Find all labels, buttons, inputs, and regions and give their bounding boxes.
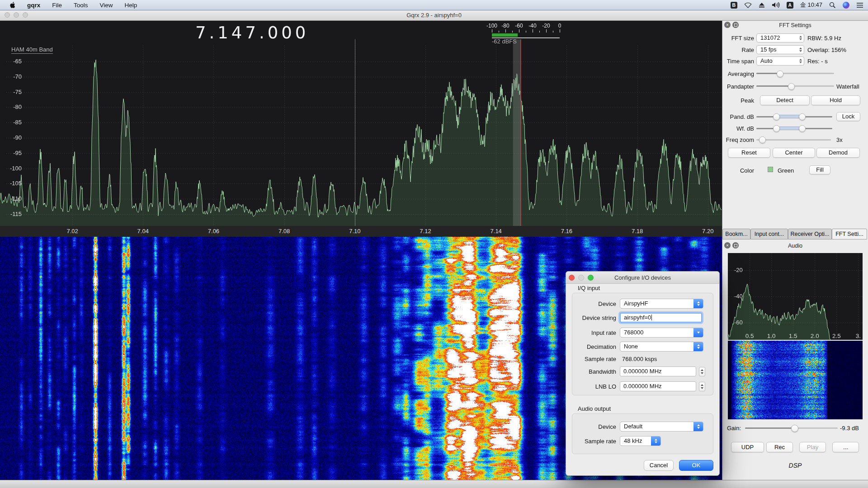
audio-output-group xyxy=(572,413,713,454)
rbw-value: RBW: 5.9 Hz xyxy=(807,35,841,42)
wf-db-max-handle[interactable] xyxy=(799,125,806,132)
freq-zoom-handle[interactable] xyxy=(759,136,766,143)
spotlight-search-icon[interactable] xyxy=(829,2,836,9)
rate-combo[interactable]: 15 fps xyxy=(756,45,804,54)
pand-db-label: Pand. dB xyxy=(710,113,754,120)
bandwidth-value: 0.000000 MHz xyxy=(623,368,662,375)
reset-button[interactable]: Reset xyxy=(728,148,770,158)
dialog-title-bar[interactable]: Configure I/O devices xyxy=(566,272,719,284)
color-value[interactable]: Green xyxy=(778,167,794,174)
output-rate-label: Sample rate xyxy=(572,438,616,445)
menu-help[interactable]: Help xyxy=(125,2,137,9)
output-rate-combo[interactable]: 48 kHz xyxy=(620,436,661,446)
volume-icon[interactable] xyxy=(772,2,780,8)
audio-spectrum[interactable] xyxy=(728,253,863,340)
bandwidth-stepper[interactable] xyxy=(699,367,705,376)
panadapter-spectrum[interactable] xyxy=(0,20,722,226)
peak-label: Peak xyxy=(710,97,754,104)
bandwidth-input[interactable]: 0.000000 MHz xyxy=(620,366,696,376)
freq-tick-label: 7.06 xyxy=(203,228,223,235)
pandapter-label: Pandapter xyxy=(710,83,754,90)
chevron-down-icon xyxy=(693,328,703,337)
gain-slider-handle[interactable] xyxy=(791,425,798,432)
decimation-combo[interactable]: None xyxy=(620,342,703,352)
audio-options-button[interactable]: ... xyxy=(832,442,859,452)
tab-receiver-options[interactable]: Receiver Opti... xyxy=(788,229,832,239)
timespan-combo[interactable]: Auto xyxy=(756,56,804,66)
window-zoom-button[interactable] xyxy=(23,12,28,18)
band-label: HAM 40m Band xyxy=(11,46,53,54)
siri-icon[interactable] xyxy=(843,2,849,9)
lnb-lo-label: LNB LO xyxy=(572,383,616,390)
input-rate-combo[interactable]: 768000 xyxy=(620,328,703,338)
wf-db-label: Wf. dB xyxy=(710,125,754,132)
tab-input-controls[interactable]: Input cont... xyxy=(750,229,788,239)
fft-size-combo[interactable]: 131072 xyxy=(756,33,804,42)
output-device-combo[interactable]: Default xyxy=(620,422,703,432)
wf-db-min-handle[interactable] xyxy=(773,125,780,132)
decimation-value: None xyxy=(624,343,638,350)
lock-button[interactable]: Lock xyxy=(836,112,860,121)
cancel-button[interactable]: Cancel xyxy=(644,460,674,471)
decimation-label: Decimation xyxy=(572,343,616,350)
center-button[interactable]: Center xyxy=(773,148,815,158)
audio-waterfall[interactable] xyxy=(728,341,863,419)
udp-button[interactable]: UDP xyxy=(731,442,764,452)
device-string-value: airspyhf=0 xyxy=(624,314,651,321)
menu-file[interactable]: File xyxy=(52,2,62,9)
frequency-display[interactable]: 7.147.000 xyxy=(195,23,309,42)
text-caret xyxy=(651,314,652,320)
menu-view[interactable]: View xyxy=(100,2,113,9)
eject-icon[interactable] xyxy=(759,2,765,8)
pand-db-min-handle[interactable] xyxy=(773,113,780,120)
averaging-slider-handle[interactable] xyxy=(777,70,783,77)
pand-db-max-handle[interactable] xyxy=(799,113,806,120)
pandapter-slider-handle[interactable] xyxy=(788,83,795,90)
fft-size-label: FFT size xyxy=(710,35,754,42)
chevron-updown-icon xyxy=(693,342,703,351)
input-source-icon[interactable]: A xyxy=(787,2,793,9)
menu-tools[interactable]: Tools xyxy=(74,2,88,9)
bandwidth-label: Bandwidth xyxy=(572,368,616,375)
demod-button[interactable]: Demod xyxy=(816,148,860,158)
menu-clock[interactable]: 金 10:47 xyxy=(800,1,822,9)
overlap-value: Overlap: 156% xyxy=(807,47,846,53)
freq-tick-label: 7.18 xyxy=(627,228,647,235)
color-swatch xyxy=(768,167,773,172)
wifi-icon[interactable] xyxy=(744,2,752,8)
freq-zoom-slider[interactable] xyxy=(756,139,831,141)
notification-center-icon[interactable] xyxy=(856,2,863,8)
lnb-lo-input[interactable]: 0.000000 MHz xyxy=(620,381,696,391)
status-bar xyxy=(0,480,868,488)
frequency-axis[interactable]: 7.027.047.067.087.107.127.147.167.187.20 xyxy=(0,226,722,237)
tab-bookmarks[interactable]: Bookm... xyxy=(722,229,750,239)
gain-label: Gain: xyxy=(727,425,741,432)
window-title-bar[interactable]: Gqrx 2.9 - airspyhf=0 xyxy=(0,10,868,21)
sample-rate-value: 768.000 ksps xyxy=(622,356,657,362)
chevron-updown-icon xyxy=(693,299,703,308)
chevron-updown-icon xyxy=(799,59,802,63)
window-close-button[interactable] xyxy=(5,12,10,18)
peak-detect-button[interactable]: Detect xyxy=(760,95,810,105)
fill-button[interactable]: Fill xyxy=(809,165,830,174)
ok-button[interactable]: OK xyxy=(679,460,713,471)
parallels-icon[interactable]: B xyxy=(731,2,737,9)
device-combo[interactable]: AirspyHF xyxy=(620,299,703,309)
play-button[interactable]: Play xyxy=(799,442,826,452)
device-string-input[interactable]: airspyhf=0 xyxy=(620,313,702,323)
rec-button[interactable]: Rec xyxy=(766,442,793,452)
peak-hold-button[interactable]: Hold xyxy=(811,95,860,105)
apple-icon[interactable] xyxy=(9,1,15,9)
output-device-label: Device xyxy=(572,423,616,430)
window-minimize-button[interactable] xyxy=(14,12,19,18)
chevron-updown-icon xyxy=(799,36,802,40)
lnb-lo-stepper[interactable] xyxy=(699,382,705,391)
dialog-title: Configure I/O devices xyxy=(566,274,719,281)
freq-zoom-value: 3x xyxy=(836,136,843,143)
audio-output-section-label: Audio output xyxy=(578,405,611,412)
res-value: Res: - s xyxy=(807,58,828,65)
freq-tick-label: 7.16 xyxy=(557,228,576,235)
menu-app-name[interactable]: gqrx xyxy=(27,2,40,9)
tab-fft-settings[interactable]: FFT Setti... xyxy=(832,229,867,239)
freq-tick-label: 7.20 xyxy=(698,228,718,235)
